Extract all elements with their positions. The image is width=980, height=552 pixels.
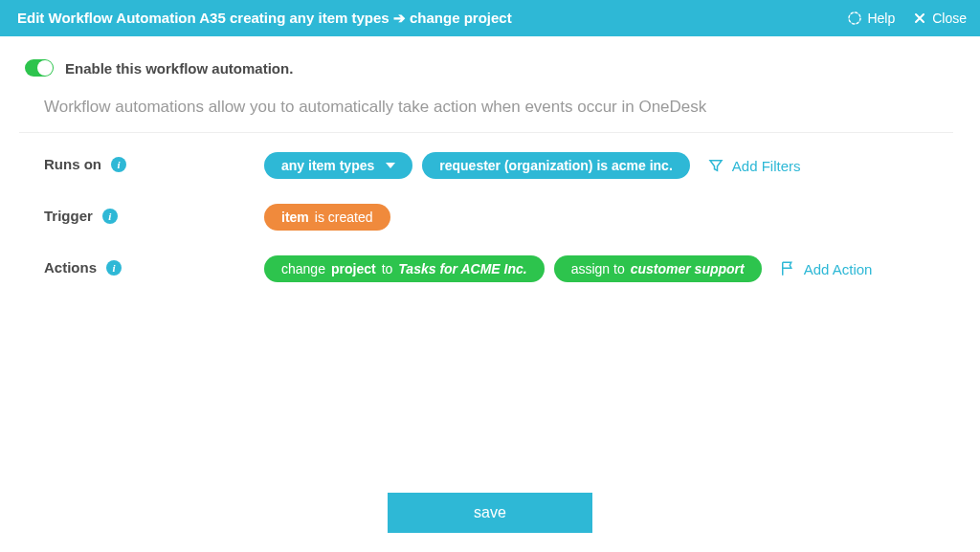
modal-header: Edit Workflow Automation A35 creating an…: [0, 0, 980, 36]
item-type-text: any item types: [281, 158, 374, 173]
help-icon: [847, 11, 862, 26]
filter-text: requester (organization) is acme inc.: [439, 158, 673, 173]
info-icon[interactable]: i: [111, 157, 126, 172]
chevron-down-icon: [386, 163, 395, 168]
close-button[interactable]: Close: [912, 11, 967, 26]
save-button[interactable]: save: [388, 493, 592, 533]
enable-toggle[interactable]: [25, 59, 54, 77]
item-type-selector[interactable]: any item types: [264, 152, 412, 179]
flag-icon: [779, 260, 796, 277]
enable-label: Enable this workflow automation.: [65, 60, 293, 77]
modal-title: Edit Workflow Automation A35 creating an…: [17, 10, 512, 27]
trigger-label: Trigger: [44, 208, 93, 224]
action-to: to: [382, 261, 393, 276]
filter-chip[interactable]: requester (organization) is acme inc.: [422, 152, 690, 179]
divider: [19, 132, 953, 133]
add-filters-button[interactable]: Add Filters: [707, 157, 801, 174]
runs-on-row: Runs on i any item types requester (orga…: [44, 152, 944, 179]
add-action-label: Add Action: [804, 261, 873, 277]
automation-description: Workflow automations allow you to automa…: [44, 98, 944, 117]
action-value: customer support: [631, 261, 745, 276]
action-field: project: [331, 261, 376, 276]
add-action-button[interactable]: Add Action: [779, 260, 873, 277]
info-icon[interactable]: i: [102, 209, 118, 224]
action-chip-change-project[interactable]: change project to Tasks for ACME Inc.: [264, 255, 545, 282]
toggle-knob: [37, 60, 53, 76]
trigger-verb: is created: [315, 210, 373, 225]
actions-label: Actions: [44, 259, 97, 276]
runs-on-label: Runs on: [44, 156, 101, 172]
help-button[interactable]: Help: [847, 11, 895, 26]
add-filters-label: Add Filters: [732, 158, 801, 174]
action-prefix: change: [281, 261, 325, 276]
action-chip-assign[interactable]: assign to customer support: [554, 255, 762, 282]
action-prefix: assign to: [571, 261, 625, 276]
info-icon[interactable]: i: [106, 260, 122, 276]
trigger-chip[interactable]: item is created: [264, 204, 390, 231]
help-label: Help: [867, 11, 895, 26]
header-actions: Help Close: [847, 11, 967, 26]
close-label: Close: [932, 11, 967, 26]
filter-icon: [707, 157, 724, 174]
trigger-item: item: [281, 210, 309, 225]
footer: save: [0, 493, 980, 533]
close-icon: [912, 11, 927, 26]
action-value: Tasks for ACME Inc.: [398, 261, 526, 276]
config-section: Runs on i any item types requester (orga…: [44, 152, 944, 282]
actions-row: Actions i change project to Tasks for AC…: [44, 255, 944, 282]
modal-body: Enable this workflow automation. Workflo…: [0, 36, 980, 282]
trigger-row: Trigger i item is created: [44, 204, 944, 231]
enable-row: Enable this workflow automation.: [25, 59, 944, 77]
